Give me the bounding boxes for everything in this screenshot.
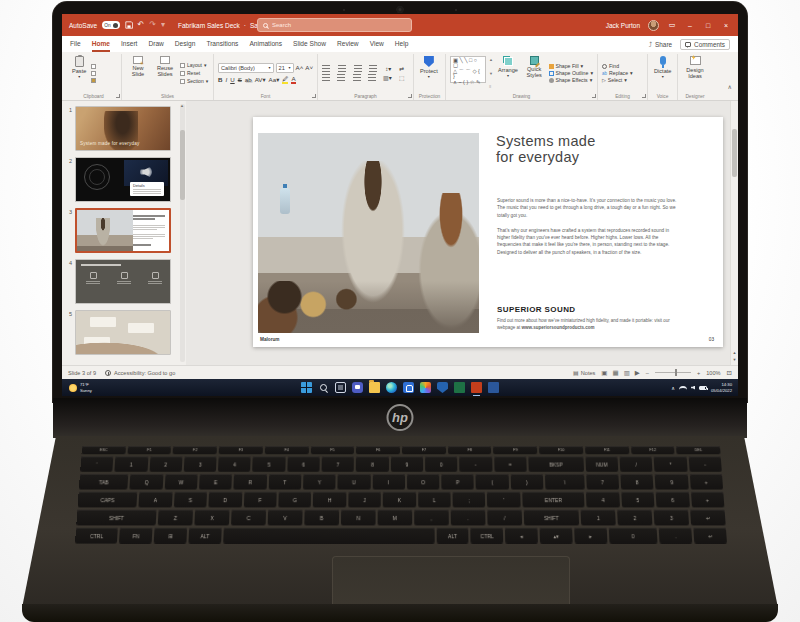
key-x[interactable]: X: [194, 510, 229, 526]
task-view-icon[interactable]: [335, 382, 346, 393]
key-del[interactable]: DEL: [676, 446, 720, 454]
key-f4[interactable]: F4: [265, 446, 309, 454]
key-0[interactable]: 0: [425, 456, 458, 472]
key-r[interactable]: R: [234, 474, 267, 490]
search-input[interactable]: [272, 22, 382, 28]
key-h[interactable]: H: [313, 492, 346, 508]
key-6[interactable]: 6: [656, 492, 690, 508]
key-◂[interactable]: ◂: [505, 528, 538, 544]
key--[interactable]: -: [688, 456, 721, 472]
key-=[interactable]: =: [494, 456, 527, 472]
find-button[interactable]: Find: [602, 63, 633, 69]
shape-fill-button[interactable]: Shape Fill ▾: [549, 63, 594, 69]
start-icon[interactable]: [301, 382, 312, 393]
design-ideas-button[interactable]: Design Ideas: [682, 55, 708, 91]
key-j[interactable]: J: [348, 492, 381, 508]
key-f5[interactable]: F5: [310, 446, 354, 454]
key-2[interactable]: 2: [149, 456, 182, 472]
columns-button[interactable]: ▥▾: [383, 74, 396, 81]
key-ctrl[interactable]: CTRL: [75, 528, 118, 544]
key-tab[interactable]: TAB: [79, 474, 129, 490]
key-n[interactable]: N: [341, 510, 376, 526]
key-c[interactable]: C: [231, 510, 266, 526]
key-w[interactable]: W: [164, 474, 197, 490]
quick-styles-button[interactable]: Quick Styles: [523, 55, 546, 91]
new-slide-button[interactable]: New Slide: [126, 55, 150, 91]
key-⊞[interactable]: ⊞: [154, 528, 187, 544]
key-↵[interactable]: ↵: [693, 528, 727, 544]
key-f1[interactable]: F1: [127, 446, 171, 454]
section-button[interactable]: Section ▾: [180, 78, 208, 84]
volume-icon[interactable]: [691, 386, 695, 390]
key-;[interactable]: ;: [453, 492, 486, 508]
store-icon[interactable]: [403, 382, 414, 393]
key-i[interactable]: I: [372, 474, 405, 490]
search-box[interactable]: [257, 18, 412, 32]
reuse-slides-button[interactable]: Reuse Slides: [153, 55, 177, 91]
tab-file[interactable]: File: [70, 37, 81, 52]
key-5[interactable]: 5: [621, 492, 655, 508]
key-+[interactable]: +: [689, 474, 723, 490]
font-family-select[interactable]: Calibri (Body)▾: [218, 63, 274, 73]
key-t[interactable]: T: [268, 474, 301, 490]
security-icon[interactable]: [437, 382, 448, 393]
slide-thumbnail-5[interactable]: [75, 310, 171, 355]
key-`[interactable]: `: [80, 456, 113, 472]
key-space[interactable]: [223, 528, 434, 544]
quick-access-chevron-icon[interactable]: ▾: [161, 21, 165, 29]
tab-transitions[interactable]: Transitions: [206, 37, 238, 52]
highlight-color-button[interactable]: 🖉: [282, 75, 288, 84]
key-6[interactable]: 6: [287, 456, 320, 472]
key-f7[interactable]: F7: [402, 446, 446, 454]
key-fn[interactable]: FN: [119, 528, 152, 544]
paste-button[interactable]: Paste ▾: [70, 55, 88, 91]
slide-thumbnail-3-selected[interactable]: [75, 208, 171, 253]
key-e[interactable]: E: [199, 474, 232, 490]
slide-sorter-view-icon[interactable]: ▦: [613, 369, 619, 377]
align-right-button[interactable]: [353, 74, 361, 81]
key-u[interactable]: U: [338, 474, 371, 490]
shapes-gallery[interactable]: ▣ ╲ ╲ □ ○ ▢ △ ⌒ ⌒ ◇ { } ∧ ~ ( ) ☆ ✎: [450, 56, 486, 83]
wifi-icon[interactable]: [679, 386, 687, 390]
comments-button[interactable]: Comments: [680, 39, 730, 50]
scrollbar-thumb[interactable]: [180, 130, 185, 200]
next-slide-icon[interactable]: ▼: [731, 357, 738, 363]
key-q[interactable]: Q: [130, 474, 163, 490]
replace-button[interactable]: abReplace ▾: [602, 70, 633, 76]
accessibility-status[interactable]: Accessibility: Good to go: [105, 370, 175, 376]
tab-animations[interactable]: Animations: [249, 37, 282, 52]
canvas-scrollbar[interactable]: ▲ ▼: [730, 101, 738, 365]
shape-effects-button[interactable]: Shape Effects ▾: [549, 77, 594, 83]
key-)[interactable]: ): [510, 474, 543, 490]
key-/[interactable]: /: [487, 510, 522, 526]
key-num[interactable]: NUM: [585, 456, 618, 472]
key-0[interactable]: 0: [608, 528, 658, 544]
key-7[interactable]: 7: [586, 474, 619, 490]
key-enter[interactable]: ENTER: [522, 492, 585, 508]
slide-thumbnail-1[interactable]: System made for everyday: [75, 106, 171, 151]
key-*[interactable]: *: [654, 456, 687, 472]
shapes-gallery-scroll[interactable]: ▲▼≡: [489, 55, 493, 91]
copy-button[interactable]: [91, 71, 96, 76]
fit-to-window-icon[interactable]: ⊡: [727, 369, 732, 377]
key-7[interactable]: 7: [322, 456, 355, 472]
key-p[interactable]: P: [441, 474, 474, 490]
reading-view-icon[interactable]: ▥: [624, 369, 630, 377]
layout-button[interactable]: Layout ▾: [180, 62, 208, 68]
share-button[interactable]: ⤴ Share: [649, 41, 673, 48]
notes-button[interactable]: ▤ Notes: [573, 369, 595, 376]
tab-draw[interactable]: Draw: [148, 37, 163, 52]
scrollbar-thumb[interactable]: [732, 129, 737, 177]
key-y[interactable]: Y: [303, 474, 336, 490]
key-s[interactable]: S: [174, 492, 208, 508]
key-▸[interactable]: ▸: [574, 528, 607, 544]
zoom-in-button[interactable]: +: [697, 370, 700, 376]
autosave-toggle[interactable]: On: [102, 21, 119, 29]
key-o[interactable]: O: [407, 474, 440, 490]
ribbon-display-options-icon[interactable]: ▭: [667, 21, 677, 29]
key-v[interactable]: V: [268, 510, 303, 526]
dictate-button[interactable]: Dictate ▾: [652, 55, 673, 91]
collapse-ribbon-icon[interactable]: ∧: [724, 83, 736, 100]
key-z[interactable]: Z: [158, 510, 193, 526]
zoom-level[interactable]: 100%: [706, 370, 720, 376]
